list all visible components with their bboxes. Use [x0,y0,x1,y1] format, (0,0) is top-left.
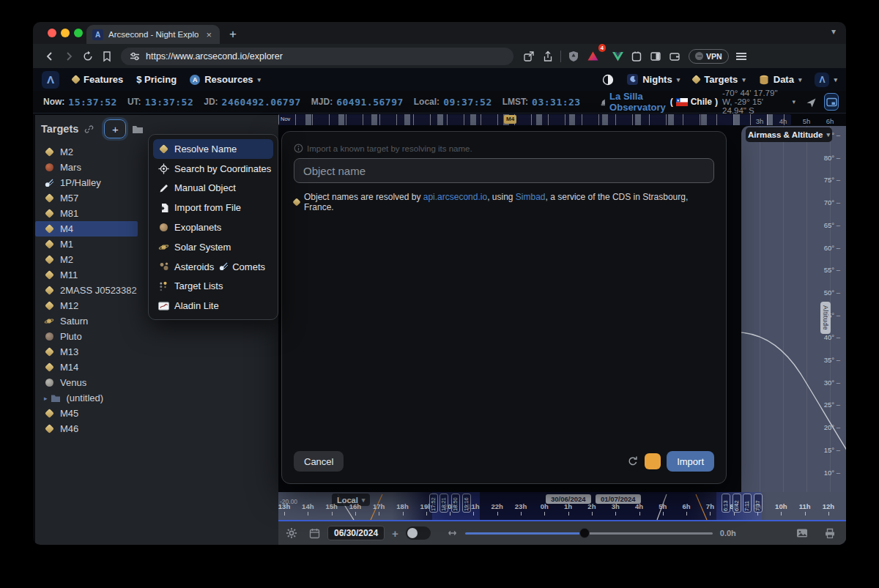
nav-data[interactable]: Data▾ [759,74,802,85]
slider-track-filled[interactable] [465,532,585,535]
sidebar-target-m13[interactable]: M13 [35,344,278,360]
time-toggle[interactable] [406,526,431,540]
menu-item-solar-system[interactable]: Solar System [153,237,273,257]
back-icon[interactable] [40,47,59,66]
nav-features[interactable]: Features [73,74,123,85]
new-tab-button[interactable]: + [229,26,237,43]
strip-target-marker: M4 [504,115,516,124]
menu-item-search-by-coordinates[interactable]: Search by Coordinates [153,159,273,179]
dome-icon [600,97,605,107]
menu-item-resolve-name[interactable]: Resolve Name [153,139,273,159]
print-icon[interactable] [824,528,836,539]
reload-icon[interactable] [78,47,97,66]
sidebar-target-m46[interactable]: M46 [35,421,278,436]
object-name-input[interactable] [294,158,714,183]
ut-label: UT: [127,97,141,107]
nav-targets[interactable]: Targets▾ [693,74,746,85]
diamond-icon [292,198,300,206]
calendar-icon[interactable] [309,528,320,539]
brave-rewards-icon[interactable]: 4 [583,47,602,66]
expand-range-icon[interactable] [447,529,458,537]
night-timeline[interactable]: -20.00 Local▾ 13h14h15h16h17h18h19h20h21… [278,492,846,521]
chart-mode-dropdown[interactable]: Airmass & Altitude▾ [746,127,832,142]
database-icon [759,75,769,85]
lmst-label: LMST: [502,97,528,107]
timeline-hour-label: 6h [677,502,696,510]
address-bar[interactable]: https://www.arcsecond.io/explorer [121,48,513,65]
locate-icon[interactable] [806,97,817,108]
sidebar-target-untitled[interactable]: ▸(untitled) [35,390,278,406]
tab-close-icon[interactable]: × [204,29,214,40]
target-label: M81 [60,208,78,219]
refresh-icon[interactable] [627,455,639,467]
tab-search-chevron-icon[interactable]: ▾ [831,26,836,37]
sidebar-target-m14[interactable]: M14 [35,360,278,375]
cancel-button[interactable]: Cancel [294,451,344,472]
target-label: M57 [60,193,78,204]
simbad-link[interactable]: Simbad [516,192,546,202]
menu-item-aladin-lite[interactable]: Aladin Lite [153,296,273,316]
top-hour-label: 6h [821,117,839,125]
target-label: Saturn [60,316,88,327]
menu-item-target-lists[interactable]: Target Lists [153,277,273,297]
time-slider[interactable] [465,528,713,538]
site-settings-icon[interactable] [130,51,140,62]
expand-caret-icon[interactable]: ▸ [44,395,48,402]
menu-icon[interactable] [736,53,746,60]
diamond-icon [44,193,54,204]
zoom-window-button[interactable] [74,29,83,37]
nav-resources[interactable]: AResources▾ [190,74,261,85]
slider-track-rest[interactable] [585,532,713,535]
coordinates-label: -70° 44' 17.79" W, -29° 15' 24.94" S [722,89,787,115]
minimize-window-button[interactable] [61,29,70,37]
url-text[interactable]: https://www.arcsecond.io/explorer [146,51,283,62]
sidebar-target-pluto[interactable]: Pluto [35,329,278,344]
link-icon[interactable] [84,124,94,134]
vpn-button[interactable]: VPN [689,49,729,64]
open-in-new-icon[interactable] [519,47,538,66]
menu-item-exoplanets[interactable]: Exoplanets [153,217,273,237]
contrast-icon[interactable] [602,74,614,86]
observatory-selector[interactable]: La Silla Observatory ( Chile) -70° 44' 1… [600,89,795,115]
toggle-knob[interactable] [407,528,418,538]
comet-icon [218,261,229,272]
bookmark-icon[interactable] [97,47,116,66]
import-button[interactable]: Import [667,451,714,472]
menu-item-import-from-file[interactable]: Import from File [153,198,273,217]
extensions-icon[interactable] [627,47,646,66]
altitude-chart[interactable]: 85°80°75°70°65°60°55°50°45°40°35°30°25°2… [741,126,846,545]
nights-strip[interactable]: Nov M4 [278,114,791,125]
nav-nights[interactable]: Nights▾ [627,74,680,85]
vue-devtools-icon[interactable] [608,47,627,66]
folder-icon[interactable] [132,124,144,134]
wallet-icon[interactable] [665,47,684,66]
add-day-button[interactable]: + [392,527,398,540]
close-window-button[interactable] [48,29,56,37]
diamond-icon [44,147,54,157]
sidebar-target-m4[interactable]: M4 [35,221,138,237]
share-icon[interactable] [538,47,557,66]
sidebar-target-m45[interactable]: M45 [35,406,278,421]
brave-shield-icon[interactable] [564,47,583,66]
date-input[interactable]: 06/30/2024 [327,526,385,540]
diamond-icon [44,424,54,434]
sidebar-target-venus[interactable]: Venus [35,375,278,390]
sidebar-toggle-icon[interactable] [646,47,665,66]
fullscreen-map-button[interactable] [824,93,839,111]
menu-label: Manual Object [174,182,236,193]
slider-thumb[interactable] [579,528,590,538]
forward-icon[interactable] [59,47,78,66]
chile-flag-icon [676,98,688,106]
api-arcsecond-link[interactable]: api.arcsecond.io [423,192,487,202]
gear-icon[interactable] [286,527,297,539]
arcsecond-logo[interactable]: Λ [42,71,59,89]
browser-tab[interactable]: A Arcsecond - Night Explorer × [86,25,220,44]
account-menu[interactable]: Λ▾ [815,72,837,87]
diamond-icon [44,239,54,250]
snapshot-icon[interactable] [796,528,808,538]
menu-item-asteroids[interactable]: AsteroidsComets [153,257,273,277]
nav-pricing[interactable]: $ Pricing [136,74,177,85]
add-target-button[interactable]: + [104,119,126,138]
menu-item-manual-object[interactable]: Manual Object [153,179,273,198]
morning-twilight-tag: 7:11 [743,494,752,513]
